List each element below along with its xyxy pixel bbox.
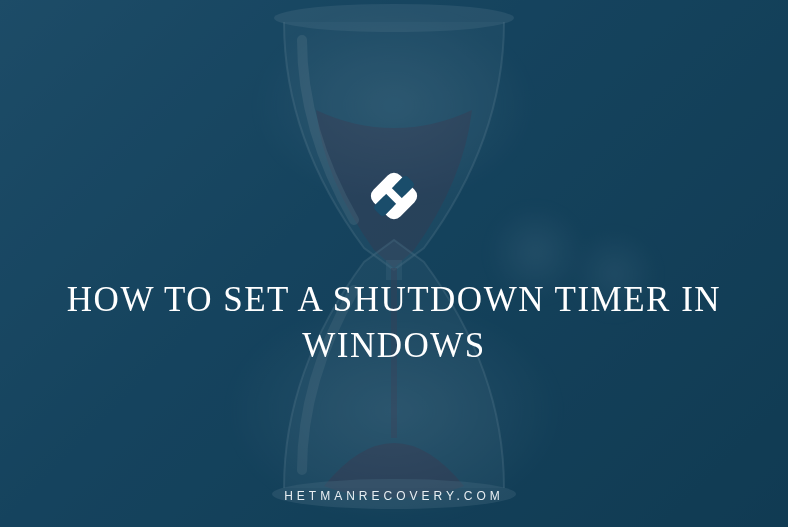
footer-domain: HETMANRECOVERY.COM <box>0 489 788 503</box>
content-area: HOW TO SET A SHUTDOWN TIMER IN WINDOWS <box>0 0 788 527</box>
page-title: HOW TO SET A SHUTDOWN TIMER IN WINDOWS <box>60 277 728 368</box>
hetman-logo-icon <box>357 159 431 233</box>
